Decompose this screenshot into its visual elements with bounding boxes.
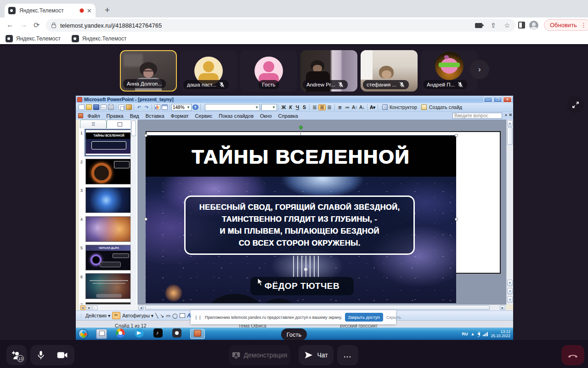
chat-button[interactable]: Чат [299, 345, 334, 365]
next-slide-button[interactable]: ⇟ [507, 296, 513, 303]
rotation-handle[interactable] [299, 126, 303, 129]
bookmark-item[interactable]: Яндекс.Телемост [6, 35, 61, 42]
slide-thumbnail-4[interactable] [85, 216, 131, 242]
table-icon[interactable] [162, 104, 168, 110]
scroll-left-icon[interactable]: ◀ [138, 305, 144, 310]
mic-button[interactable] [37, 350, 45, 360]
taskbar-telemost-icon[interactable] [171, 329, 182, 339]
bookmark-item[interactable]: Яндекс.Телемост [72, 35, 127, 42]
camera-permission-icon[interactable] [475, 23, 482, 28]
taskbar-tiktok-icon[interactable]: ♪ [153, 329, 164, 339]
numbering-icon[interactable]: ≣ [336, 105, 344, 110]
oval-tool[interactable]: ◯ [172, 313, 178, 318]
scrollbar-thumb[interactable] [507, 127, 513, 145]
network-icon[interactable] [483, 332, 488, 336]
ppt-title-bar[interactable]: Microsoft PowerPoint - [prezent_tayny] —… [76, 96, 513, 103]
close-access-button[interactable]: Закрыть доступ [345, 313, 383, 322]
minimize-button[interactable]: — [484, 97, 492, 103]
menu-file[interactable]: Файл [85, 113, 103, 119]
participant-tile-anna[interactable]: Анна Долгоп... [120, 50, 177, 92]
taskbar-telegram-icon[interactable] [134, 329, 145, 339]
menu-format[interactable]: Формат [168, 113, 192, 119]
slide-thumbnail-6[interactable] [85, 273, 131, 299]
participant-tile-stefania[interactable]: стефания ... [361, 50, 418, 92]
slide-thumbnail-1[interactable]: ТАЙНЫ ВСЕЛЕННОЙ [85, 130, 131, 155]
reload-button[interactable]: ⟳ [34, 21, 40, 29]
font-color-icon[interactable]: A▾ [369, 105, 376, 110]
autoshapes-menu[interactable]: Автофигуры ▾ [122, 313, 153, 318]
scroll-down-icon[interactable]: ▼ [507, 280, 513, 286]
camera-button[interactable] [57, 351, 68, 359]
bullets-icon[interactable]: ≔ [344, 105, 351, 110]
taskbar-powerpoint-active[interactable] [190, 329, 205, 339]
slide-background-image[interactable]: ТАЙНЫ ВСЕЛЕННОЙ НЕБЕСНЫЙ СВОД, ГОРЯЩИЙ С… [146, 135, 456, 303]
share-screen-button[interactable]: Демонстрация [229, 345, 290, 365]
back-button[interactable]: ← [6, 21, 14, 29]
copy-icon[interactable] [119, 104, 124, 110]
tab-close-icon[interactable]: ✕ [87, 7, 92, 14]
toolbar-close-icon[interactable]: ✕ [509, 113, 512, 117]
more-options-button[interactable]: ... [337, 345, 358, 365]
font-shrink-icon[interactable]: A↓ [358, 105, 366, 110]
scroll-up-icon[interactable]: ▲ [507, 120, 513, 126]
clock[interactable]: 13:12 25.10.2022 [491, 330, 510, 339]
scrollbar-thumb[interactable] [145, 305, 490, 310]
forward-button[interactable]: → [20, 21, 28, 29]
ppt-standard-toolbar[interactable]: ↶ ↷ 148%▼ ? ▼ ▼ Ж К Ч S ☰ ☰ ☰ ≣ ≔ A↑ A↓ [76, 103, 513, 112]
selection-handle[interactable] [144, 134, 147, 137]
slide-thumbnail-3[interactable] [85, 187, 131, 213]
share-icon[interactable]: ⇧ [491, 22, 496, 29]
bold-icon[interactable]: Ж [280, 104, 287, 110]
taskbar-documents-icon[interactable] [96, 329, 107, 339]
new-icon[interactable] [79, 104, 85, 110]
ask-dropdown-icon[interactable]: ▼ [504, 114, 508, 117]
font-combo[interactable]: ▼ [205, 104, 260, 111]
author-label[interactable]: ФЁДОР ТЮТЧЕВ [250, 277, 354, 295]
next-participants-button[interactable]: › [470, 60, 489, 79]
save-icon[interactable] [93, 104, 99, 110]
undo-icon[interactable]: ↶ [136, 105, 143, 110]
participant-tile-dasha[interactable]: даша паст... [180, 50, 237, 92]
slide-thumbnail-5[interactable]: ЧЁРНАЯ ДЫРА [85, 245, 131, 270]
menu-tools[interactable]: Сервис [192, 113, 216, 119]
italic-icon[interactable]: К [287, 104, 294, 110]
side-panel-icon[interactable] [518, 22, 525, 29]
slides-tab[interactable] [107, 120, 133, 128]
volume-icon[interactable] [477, 332, 480, 336]
outline-tab[interactable]: ☰ [80, 120, 107, 128]
shadow-icon[interactable]: S [301, 104, 308, 110]
selection-handle[interactable] [455, 134, 458, 137]
participant-tile-andrey[interactable]: Андрей П... [421, 50, 478, 92]
language-indicator[interactable]: RU [462, 332, 468, 336]
poem-text-box[interactable]: НЕБЕСНЫЙ СВОД, ГОРЯЩИЙ СЛАВОЙ ЗВЁЗДНОЙ, … [184, 196, 415, 255]
select-tool[interactable]: ▻ [112, 312, 120, 319]
selection-handle[interactable] [455, 218, 458, 221]
panel-scrollbar[interactable] [130, 120, 136, 305]
arrow-tool[interactable]: ↘ [160, 313, 164, 318]
help-icon[interactable]: ? [192, 104, 198, 110]
chart-icon[interactable] [154, 104, 160, 110]
normal-view-button[interactable]: ▤ [80, 305, 85, 310]
redo-icon[interactable]: ↷ [143, 105, 150, 110]
font-grow-icon[interactable]: A↑ [351, 105, 358, 110]
new-tab-button[interactable]: + [105, 6, 110, 15]
expand-fullscreen-button[interactable] [567, 96, 584, 113]
scroll-right-icon[interactable]: ▶ [500, 305, 505, 310]
align-center-icon[interactable]: ☰ [318, 104, 326, 110]
align-left-icon[interactable]: ☰ [311, 105, 318, 110]
pause-icon[interactable]: ❙❙ [194, 315, 202, 320]
browser-tab[interactable]: Яндекс.Телемост ✕ [5, 4, 96, 17]
menu-insert[interactable]: Вставка [142, 113, 168, 119]
menu-window[interactable]: Окно [257, 113, 275, 119]
slide-thumbnail-2[interactable] [85, 159, 131, 184]
menu-slideshow[interactable]: Показ слайдов [215, 113, 257, 119]
hangup-button[interactable] [561, 345, 584, 365]
font-size-combo[interactable]: ▼ [261, 104, 277, 111]
participant-tile-guest[interactable]: Гость [240, 50, 297, 92]
menu-edit[interactable]: Правка [103, 113, 127, 119]
maximize-button[interactable]: ❐ [493, 97, 502, 103]
print-icon[interactable] [108, 104, 114, 110]
menu-view[interactable]: Вид [127, 113, 142, 119]
taskbar-chrome-icon[interactable] [115, 329, 126, 339]
rect-tool[interactable]: ▭ [166, 313, 170, 318]
